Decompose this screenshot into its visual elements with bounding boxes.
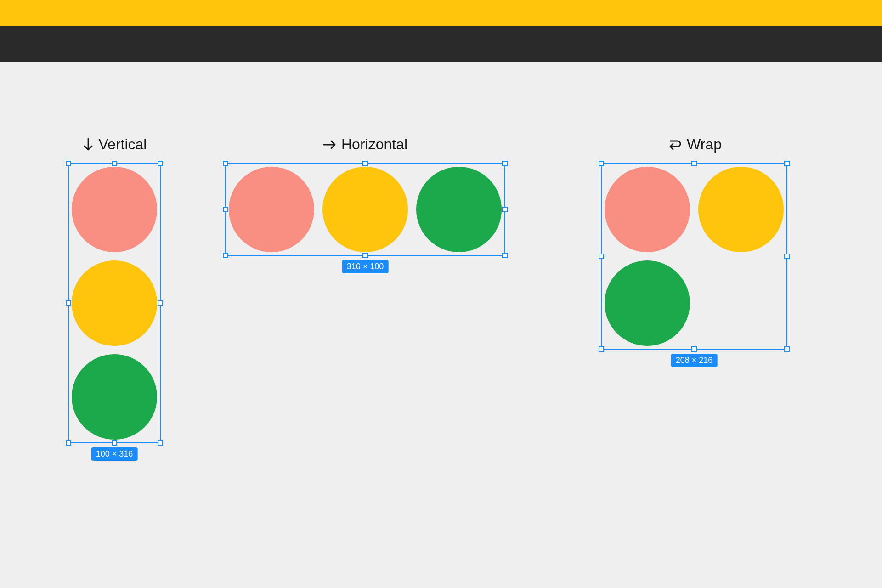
- arrow-down-icon: [82, 138, 94, 152]
- handle-bot-left[interactable]: [599, 346, 604, 352]
- example-vertical: Vertical 100 × 316: [68, 136, 161, 443]
- label-horizontal: Horizontal: [225, 136, 505, 153]
- dark-bar: [0, 26, 882, 62]
- handle-bot-right[interactable]: [158, 440, 163, 446]
- selection-box-wrap[interactable]: 208 × 216: [601, 163, 787, 350]
- label-wrap: Wrap: [601, 136, 787, 153]
- handle-mid-right[interactable]: [502, 207, 508, 212]
- circle-yellow[interactable]: [322, 167, 408, 252]
- handle-mid-right[interactable]: [784, 254, 790, 259]
- selection-box-vertical[interactable]: 100 × 316: [68, 163, 161, 443]
- handle-top-right[interactable]: [784, 161, 790, 166]
- handle-bot-left[interactable]: [66, 440, 71, 446]
- dimensions-badge-horizontal: 316 × 100: [342, 260, 389, 273]
- handle-mid-left[interactable]: [599, 254, 604, 259]
- label-vertical-text: Vertical: [99, 136, 147, 153]
- handle-bot-mid[interactable]: [691, 346, 697, 352]
- arrow-right-icon: [323, 139, 337, 151]
- circles-vertical: [69, 164, 160, 442]
- handle-top-mid[interactable]: [691, 161, 697, 166]
- example-horizontal: Horizontal 316 × 100: [225, 136, 505, 256]
- wrap-arrow-icon: [667, 138, 682, 152]
- label-wrap-text: Wrap: [687, 136, 722, 153]
- circle-green[interactable]: [416, 167, 502, 252]
- circle-red[interactable]: [229, 167, 314, 252]
- handle-top-right[interactable]: [158, 161, 163, 166]
- circle-yellow[interactable]: [72, 260, 157, 346]
- dimensions-badge-vertical: 100 × 316: [91, 447, 138, 461]
- yellow-bar: [0, 0, 882, 26]
- handle-top-left[interactable]: [599, 161, 604, 166]
- circle-green[interactable]: [605, 260, 690, 346]
- circle-red[interactable]: [72, 167, 157, 252]
- circle-red[interactable]: [605, 167, 690, 252]
- handle-top-left[interactable]: [223, 161, 228, 166]
- handle-top-left[interactable]: [66, 161, 71, 166]
- label-vertical: Vertical: [68, 136, 161, 153]
- handle-mid-left[interactable]: [223, 207, 228, 212]
- handle-mid-right[interactable]: [158, 300, 163, 306]
- canvas: Vertical 100 × 316: [0, 62, 882, 588]
- handle-top-right[interactable]: [502, 161, 508, 166]
- handle-bot-right[interactable]: [502, 253, 508, 258]
- example-wrap: Wrap 208 × 216: [601, 136, 787, 350]
- circles-wrap: [602, 164, 786, 349]
- label-horizontal-text: Horizontal: [341, 136, 407, 153]
- handle-mid-left[interactable]: [66, 300, 71, 306]
- circles-horizontal: [226, 164, 504, 255]
- handle-bot-mid[interactable]: [112, 440, 117, 446]
- handle-bot-left[interactable]: [223, 253, 228, 258]
- dimensions-badge-wrap: 208 × 216: [671, 354, 718, 367]
- circle-yellow[interactable]: [698, 167, 784, 252]
- handle-bot-right[interactable]: [784, 346, 790, 352]
- handle-bot-mid[interactable]: [362, 253, 368, 258]
- selection-box-horizontal[interactable]: 316 × 100: [225, 163, 505, 256]
- handle-top-mid[interactable]: [112, 161, 117, 166]
- circle-green[interactable]: [72, 354, 157, 440]
- handle-top-mid[interactable]: [362, 161, 368, 166]
